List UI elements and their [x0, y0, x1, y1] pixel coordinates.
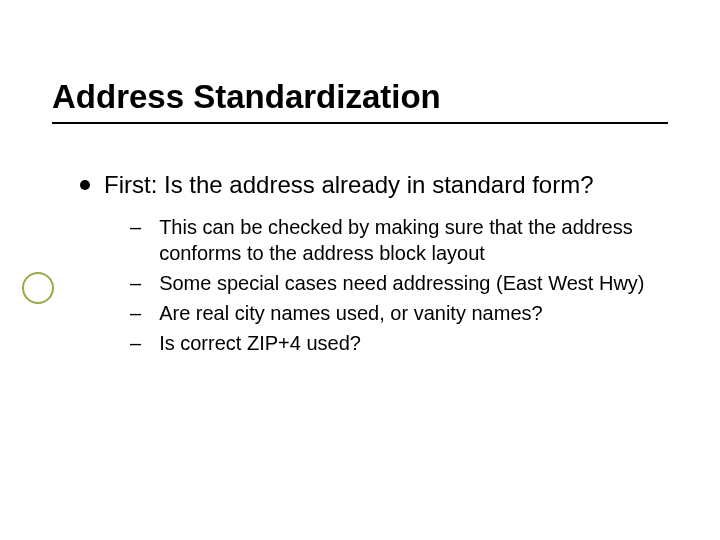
dash-icon: –	[130, 214, 141, 240]
sub-point-text: Are real city names used, or vanity name…	[159, 300, 543, 326]
bullet-icon	[80, 180, 90, 190]
sub-point-text: This can be checked by making sure that …	[159, 214, 668, 266]
list-item: – Some special cases need addressing (Ea…	[130, 270, 668, 296]
list-item: – Is correct ZIP+4 used?	[130, 330, 668, 356]
sub-list: – This can be checked by making sure tha…	[130, 214, 668, 356]
accent-circle-icon	[22, 272, 54, 304]
sub-point-text: Is correct ZIP+4 used?	[159, 330, 361, 356]
sub-point-text: Some special cases need addressing (East…	[159, 270, 644, 296]
slide: Address Standardization First: Is the ad…	[0, 0, 720, 540]
title-block: Address Standardization	[52, 78, 668, 124]
title-underline	[52, 122, 668, 124]
list-item: – This can be checked by making sure tha…	[130, 214, 668, 266]
dash-icon: –	[130, 270, 141, 296]
slide-body: First: Is the address already in standar…	[80, 170, 668, 360]
list-item: – Are real city names used, or vanity na…	[130, 300, 668, 326]
dash-icon: –	[130, 330, 141, 356]
slide-title: Address Standardization	[52, 78, 668, 116]
dash-icon: –	[130, 300, 141, 326]
main-point-text: First: Is the address already in standar…	[104, 170, 594, 200]
list-item: First: Is the address already in standar…	[80, 170, 668, 200]
